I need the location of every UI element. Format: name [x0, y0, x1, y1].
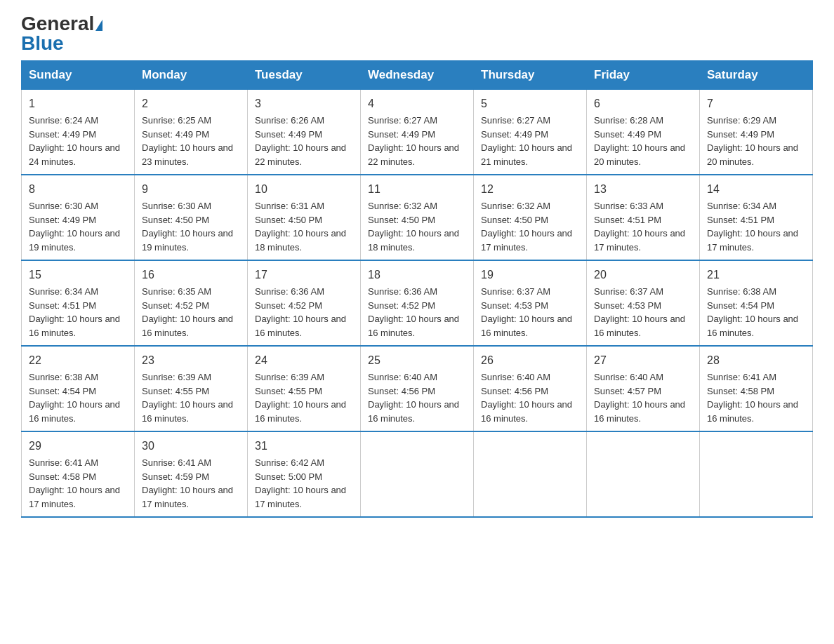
- sunset-info: Sunset: 4:50 PM: [481, 213, 579, 227]
- sunset-info: Sunset: 4:49 PM: [29, 128, 127, 142]
- calendar-cell: 13Sunrise: 6:33 AMSunset: 4:51 PMDayligh…: [587, 175, 700, 260]
- calendar-cell: 18Sunrise: 6:36 AMSunset: 4:52 PMDayligh…: [361, 260, 474, 346]
- sunrise-info: Sunrise: 6:41 AM: [142, 456, 240, 470]
- sunset-info: Sunset: 4:53 PM: [481, 299, 579, 313]
- calendar-cell: 23Sunrise: 6:39 AMSunset: 4:55 PMDayligh…: [135, 346, 248, 431]
- daylight-info: Daylight: 10 hours and 16 minutes.: [368, 398, 466, 425]
- weekday-header-monday: Monday: [135, 61, 248, 90]
- day-number: 4: [368, 95, 466, 112]
- sunrise-info: Sunrise: 6:39 AM: [255, 370, 353, 384]
- sunrise-info: Sunrise: 6:34 AM: [29, 285, 127, 299]
- calendar-cell: 26Sunrise: 6:40 AMSunset: 4:56 PMDayligh…: [474, 346, 587, 431]
- sunrise-info: Sunrise: 6:41 AM: [707, 370, 805, 384]
- sunset-info: Sunset: 4:50 PM: [255, 213, 353, 227]
- logo-general: General: [21, 14, 102, 34]
- sunrise-info: Sunrise: 6:40 AM: [594, 370, 692, 384]
- calendar-cell: 16Sunrise: 6:35 AMSunset: 4:52 PMDayligh…: [135, 260, 248, 346]
- weekday-header-thursday: Thursday: [474, 61, 587, 90]
- sunset-info: Sunset: 4:49 PM: [29, 213, 127, 227]
- logo-blue: Blue: [21, 34, 64, 53]
- calendar-cell: 31Sunrise: 6:42 AMSunset: 5:00 PMDayligh…: [248, 431, 361, 517]
- sunrise-info: Sunrise: 6:33 AM: [594, 199, 692, 213]
- sunset-info: Sunset: 4:56 PM: [368, 384, 466, 398]
- sunrise-info: Sunrise: 6:27 AM: [481, 114, 579, 128]
- logo: General Blue: [21, 14, 102, 53]
- weekday-header-row: SundayMondayTuesdayWednesdayThursdayFrid…: [22, 61, 813, 90]
- daylight-info: Daylight: 10 hours and 17 minutes.: [481, 227, 579, 254]
- calendar-cell: 21Sunrise: 6:38 AMSunset: 4:54 PMDayligh…: [700, 260, 813, 346]
- day-number: 10: [255, 181, 353, 198]
- sunset-info: Sunset: 4:49 PM: [594, 128, 692, 142]
- day-number: 14: [707, 181, 805, 198]
- daylight-info: Daylight: 10 hours and 17 minutes.: [707, 227, 805, 254]
- day-number: 12: [481, 181, 579, 198]
- daylight-info: Daylight: 10 hours and 16 minutes.: [594, 312, 692, 340]
- calendar-cell: 29Sunrise: 6:41 AMSunset: 4:58 PMDayligh…: [22, 431, 135, 517]
- day-number: 9: [142, 181, 240, 198]
- day-number: 7: [707, 95, 805, 112]
- daylight-info: Daylight: 10 hours and 22 minutes.: [255, 141, 353, 168]
- calendar-cell: 27Sunrise: 6:40 AMSunset: 4:57 PMDayligh…: [587, 346, 700, 431]
- daylight-info: Daylight: 10 hours and 16 minutes.: [142, 312, 240, 340]
- calendar-cell: 9Sunrise: 6:30 AMSunset: 4:50 PMDaylight…: [135, 175, 248, 260]
- daylight-info: Daylight: 10 hours and 16 minutes.: [594, 398, 692, 425]
- calendar-cell: 2Sunrise: 6:25 AMSunset: 4:49 PMDaylight…: [135, 90, 248, 175]
- daylight-info: Daylight: 10 hours and 16 minutes.: [707, 398, 805, 425]
- calendar-cell: 8Sunrise: 6:30 AMSunset: 4:49 PMDaylight…: [22, 175, 135, 260]
- sunrise-info: Sunrise: 6:36 AM: [368, 285, 466, 299]
- day-number: 3: [255, 95, 353, 112]
- calendar-week-row: 8Sunrise: 6:30 AMSunset: 4:49 PMDaylight…: [22, 175, 813, 260]
- day-number: 1: [29, 95, 127, 112]
- calendar-cell: 14Sunrise: 6:34 AMSunset: 4:51 PMDayligh…: [700, 175, 813, 260]
- sunrise-info: Sunrise: 6:37 AM: [481, 285, 579, 299]
- sunset-info: Sunset: 4:54 PM: [29, 384, 127, 398]
- day-number: 31: [255, 438, 353, 455]
- day-number: 19: [481, 267, 579, 283]
- daylight-info: Daylight: 10 hours and 16 minutes.: [368, 312, 466, 340]
- daylight-info: Daylight: 10 hours and 16 minutes.: [29, 312, 127, 340]
- calendar-cell: [361, 431, 474, 517]
- sunrise-info: Sunrise: 6:27 AM: [368, 114, 466, 128]
- calendar-cell: 28Sunrise: 6:41 AMSunset: 4:58 PMDayligh…: [700, 346, 813, 431]
- calendar-cell: 24Sunrise: 6:39 AMSunset: 4:55 PMDayligh…: [248, 346, 361, 431]
- sunset-info: Sunset: 4:59 PM: [142, 470, 240, 484]
- day-number: 22: [29, 352, 127, 369]
- calendar-cell: [474, 431, 587, 517]
- sunset-info: Sunset: 4:49 PM: [142, 128, 240, 142]
- calendar-cell: 17Sunrise: 6:36 AMSunset: 4:52 PMDayligh…: [248, 260, 361, 346]
- calendar-week-row: 1Sunrise: 6:24 AMSunset: 4:49 PMDaylight…: [22, 90, 813, 175]
- calendar-cell: 6Sunrise: 6:28 AMSunset: 4:49 PMDaylight…: [587, 90, 700, 175]
- weekday-header-friday: Friday: [587, 61, 700, 90]
- day-number: 24: [255, 352, 353, 369]
- day-number: 21: [707, 267, 805, 283]
- sunset-info: Sunset: 4:49 PM: [255, 128, 353, 142]
- sunset-info: Sunset: 4:55 PM: [142, 384, 240, 398]
- calendar-week-row: 22Sunrise: 6:38 AMSunset: 4:54 PMDayligh…: [22, 346, 813, 431]
- day-number: 17: [255, 267, 353, 283]
- day-number: 20: [594, 267, 692, 283]
- sunrise-info: Sunrise: 6:37 AM: [594, 285, 692, 299]
- sunset-info: Sunset: 4:52 PM: [255, 299, 353, 313]
- sunset-info: Sunset: 4:56 PM: [481, 384, 579, 398]
- calendar-cell: 4Sunrise: 6:27 AMSunset: 4:49 PMDaylight…: [361, 90, 474, 175]
- calendar-week-row: 15Sunrise: 6:34 AMSunset: 4:51 PMDayligh…: [22, 260, 813, 346]
- sunrise-info: Sunrise: 6:30 AM: [142, 199, 240, 213]
- sunrise-info: Sunrise: 6:42 AM: [255, 456, 353, 470]
- weekday-header-saturday: Saturday: [700, 61, 813, 90]
- daylight-info: Daylight: 10 hours and 20 minutes.: [707, 141, 805, 168]
- day-number: 29: [29, 438, 127, 455]
- day-number: 25: [368, 352, 466, 369]
- calendar-cell: 30Sunrise: 6:41 AMSunset: 4:59 PMDayligh…: [135, 431, 248, 517]
- sunset-info: Sunset: 4:49 PM: [707, 128, 805, 142]
- day-number: 5: [481, 95, 579, 112]
- day-number: 26: [481, 352, 579, 369]
- sunrise-info: Sunrise: 6:30 AM: [29, 199, 127, 213]
- sunset-info: Sunset: 4:50 PM: [368, 213, 466, 227]
- calendar-cell: 10Sunrise: 6:31 AMSunset: 4:50 PMDayligh…: [248, 175, 361, 260]
- daylight-info: Daylight: 10 hours and 16 minutes.: [481, 312, 579, 340]
- sunrise-info: Sunrise: 6:40 AM: [368, 370, 466, 384]
- calendar-cell: 3Sunrise: 6:26 AMSunset: 4:49 PMDaylight…: [248, 90, 361, 175]
- sunrise-info: Sunrise: 6:25 AM: [142, 114, 240, 128]
- daylight-info: Daylight: 10 hours and 23 minutes.: [142, 141, 240, 168]
- daylight-info: Daylight: 10 hours and 17 minutes.: [29, 483, 127, 511]
